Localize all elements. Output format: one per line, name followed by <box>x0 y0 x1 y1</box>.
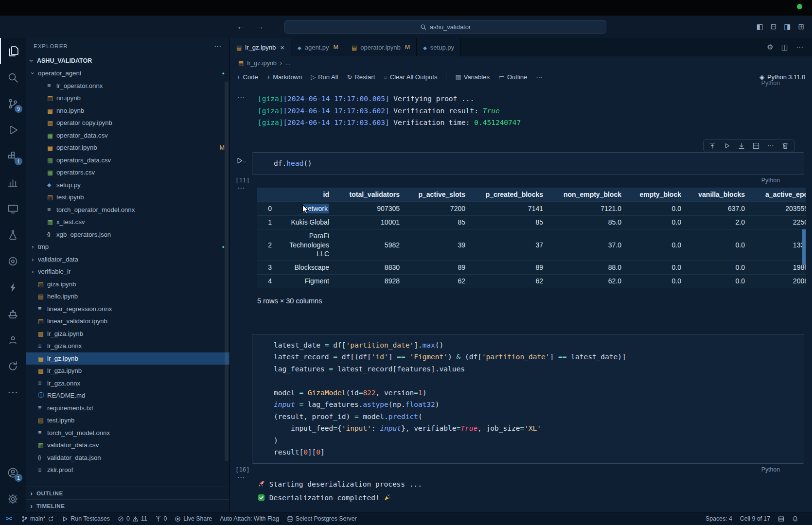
table-cell[interactable]: 2008 <box>750 275 806 288</box>
remote-indicator[interactable]: >< <box>0 515 18 522</box>
toggle-secondary-sidebar-icon[interactable]: ◨ <box>784 22 791 31</box>
table-cell[interactable]: 2.0 <box>686 216 750 229</box>
tree-item-validator-data-json[interactable]: validator_data.json <box>26 452 229 464</box>
explorer-more-actions-icon[interactable]: ⋯ <box>214 42 222 51</box>
tree-item-test-ipynb[interactable]: test.ipynb <box>26 414 229 427</box>
tree-item-validator-data[interactable]: validator_data <box>26 253 229 266</box>
tree-item-operator-data-csv[interactable]: operator_data.csv <box>26 129 229 142</box>
breadcrumb-more[interactable]: ... <box>285 60 290 67</box>
tree-item-linear-validator-ipynb[interactable]: linear_validator.ipynb <box>26 315 229 328</box>
delete-cell-icon[interactable] <box>781 142 789 150</box>
back-arrow-icon[interactable]: ← <box>237 22 245 32</box>
table-cell[interactable]: 37 <box>470 229 548 261</box>
run-cell-icon[interactable] <box>723 142 731 150</box>
problems-indicator[interactable]: 0 11 <box>118 515 147 522</box>
table-cell[interactable]: 7121.0 <box>548 202 626 216</box>
tree-item-test-ipynb[interactable]: test.ipynb <box>26 191 229 204</box>
sidebar-scrollbar[interactable] <box>225 82 229 461</box>
tree-item-linear-regression-onnx[interactable]: linear_regression.onnx <box>26 303 229 315</box>
cell-language-label[interactable]: Python <box>761 177 780 184</box>
customize-layout-icon[interactable]: ⊞ <box>798 22 804 31</box>
execute-above-icon[interactable] <box>708 142 716 150</box>
tree-item-nn-ipynb[interactable]: nn.ipynb <box>26 92 229 105</box>
table-cell[interactable]: 0.0 <box>626 216 686 229</box>
table-cell[interactable]: 0.0 <box>626 229 686 261</box>
tree-item-x-test-csv[interactable]: x_test.csv <box>26 216 229 228</box>
outline-section-header[interactable]: › OUTLINE <box>26 487 229 499</box>
tree-item-verifiable-lr[interactable]: verifiable_lr <box>26 265 229 278</box>
output-menu-icon[interactable]: ⋯ <box>237 473 245 482</box>
activity-accounts-extension[interactable] <box>0 327 26 353</box>
tree-item-tmp[interactable]: tmp● <box>26 241 229 253</box>
tree-item-xgb-operators-json[interactable]: xgb_operators.json <box>26 228 229 241</box>
command-center-search[interactable]: ashu_validator <box>284 20 606 34</box>
tree-item-operators-csv[interactable]: operators.csv <box>26 166 229 179</box>
outline-button[interactable]: ≔Outline <box>498 73 527 81</box>
activity-settings[interactable] <box>0 486 26 512</box>
table-cell[interactable]: ParaFi Technologies LLC <box>277 229 334 261</box>
restart-button[interactable]: ↻Restart <box>347 73 375 81</box>
table-cell[interactable]: 0.0 <box>626 202 686 216</box>
toolbar-more-button[interactable]: ⋯ <box>536 73 542 81</box>
tab-agent-py[interactable]: agent.py M <box>291 38 345 56</box>
activity-run-debug[interactable] <box>0 117 26 143</box>
table-cell[interactable]: 62.0 <box>548 275 626 288</box>
clear-all-outputs-button[interactable]: ≡Clear All Outputs <box>384 73 437 81</box>
table-cell[interactable]: 89 <box>470 261 548 275</box>
table-cell[interactable]: 203555 <box>750 202 806 216</box>
timeline-section-header[interactable]: › TIMELINE <box>26 499 229 512</box>
workspace-root[interactable]: › ASHU_VALIDATOR <box>26 54 229 67</box>
activity-sync-loop[interactable] <box>0 353 26 379</box>
tree-item-nno-ipynb[interactable]: nno.ipynb <box>26 105 229 117</box>
tab-setup-py[interactable]: setup.py <box>417 38 461 56</box>
activity-thunder-client[interactable] <box>0 274 26 300</box>
table-cell[interactable]: 85 <box>405 216 470 229</box>
activity-testing[interactable] <box>0 222 26 248</box>
forward-arrow-icon[interactable]: → <box>256 22 264 32</box>
live-share-button[interactable]: Live Share <box>175 515 212 522</box>
activity-source-control[interactable]: 9 <box>0 90 26 117</box>
table-cell[interactable]: 8928 <box>334 275 405 288</box>
table-cell[interactable]: 85 <box>470 216 548 229</box>
table-scrollbar-thumb[interactable] <box>802 229 806 265</box>
table-cell[interactable]: 37.0 <box>548 229 626 261</box>
notebook-settings-gear-icon[interactable]: ⚙ <box>767 43 773 52</box>
table-cell[interactable]: Kukis Global <box>277 216 334 229</box>
tree-item-torch-operator-model-onnx[interactable]: torch_operator_model.onnx <box>26 204 229 216</box>
run-cell-button[interactable]: › <box>236 157 245 164</box>
table-cell[interactable]: 637.0 <box>686 202 750 216</box>
activity-remote-explorer[interactable] <box>0 195 26 222</box>
tree-item-lr-gza-onnx[interactable]: lr_gza.onnx <box>26 377 229 390</box>
tree-item-requirements-txt[interactable]: requirements.txt <box>26 402 229 415</box>
output-menu-icon[interactable]: ⋯ <box>237 184 245 192</box>
postgres-server-button[interactable]: Select Postgres Server <box>287 515 357 522</box>
tree-item-operator-ipynb[interactable]: operator.ipynbM <box>26 141 229 154</box>
cell-editor[interactable]: df.head() <box>252 152 804 175</box>
auto-attach-indicator[interactable]: Auto Attach: With Flag <box>220 515 279 522</box>
execute-below-icon[interactable] <box>738 142 745 150</box>
activity-more[interactable] <box>0 379 26 405</box>
breadcrumb-file[interactable]: lr_gz.ipynb <box>247 60 276 67</box>
tree-item-lr-gza-ipynb[interactable]: lr_gza.ipynb <box>26 365 229 377</box>
tree-item-operators-data-csv[interactable]: operators_data.csv <box>26 154 229 167</box>
cell-language-label[interactable]: Python <box>761 466 780 473</box>
tree-item-validator-data-csv[interactable]: validator_data.csv <box>26 439 229 452</box>
table-cell[interactable]: 2250 <box>750 216 806 229</box>
tree-item-giza-ipynb[interactable]: giza.ipynb <box>26 278 229 291</box>
table-cell[interactable]: 10001 <box>334 216 405 229</box>
table-cell[interactable]: 62 <box>470 275 548 288</box>
tree-item-torch-vol-model-onnx[interactable]: torch_vol_model.onnx <box>26 427 229 439</box>
table-cell[interactable]: 5982 <box>334 229 405 261</box>
tree-item-operator-agent[interactable]: operator_agent● <box>26 67 229 80</box>
tab-lr-gz-ipynb[interactable]: lr_gz.ipynb × <box>230 38 291 56</box>
table-cell[interactable]: 0.0 <box>626 261 686 275</box>
table-cell[interactable]: 88.0 <box>548 261 626 275</box>
output-menu-icon[interactable]: ⋯ <box>237 93 245 102</box>
add-code-cell-button[interactable]: +Code <box>237 73 258 81</box>
variables-button[interactable]: ▦Variables <box>455 73 490 81</box>
tree-item-zklr-proof[interactable]: zklr.proof <box>26 464 229 476</box>
notifications-button[interactable] <box>792 516 798 522</box>
split-editor-icon[interactable]: ◫ <box>781 43 788 52</box>
tree-item-hello-ipynb[interactable]: hello.ipynb <box>26 290 229 303</box>
activity-account[interactable]: 1 <box>0 459 26 486</box>
